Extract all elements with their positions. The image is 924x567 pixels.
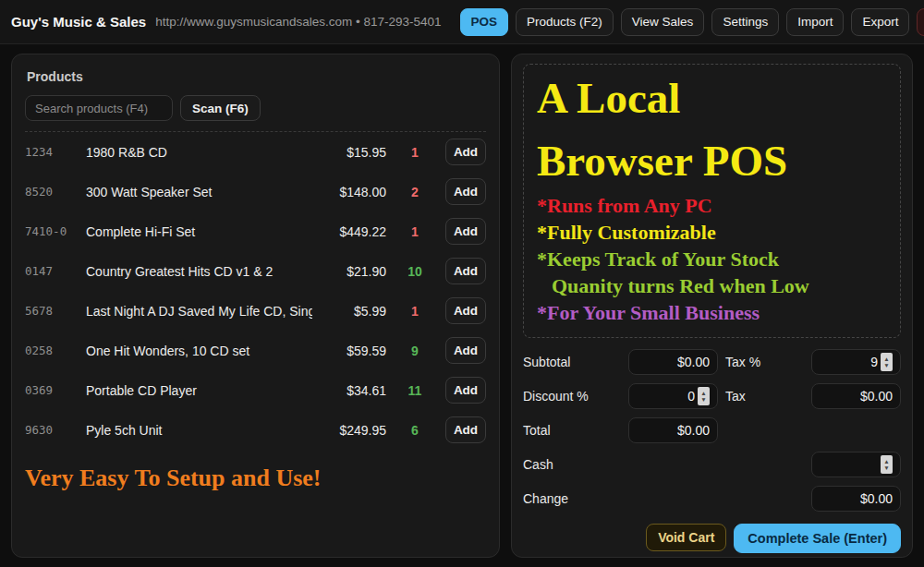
product-price: $59.59 xyxy=(312,344,386,358)
tax-rate-label: Tax % xyxy=(725,355,804,369)
void-cart-button[interactable]: Void Cart xyxy=(646,524,726,551)
hero-title-line1: A Local xyxy=(537,66,887,129)
product-qty: 10 xyxy=(386,264,444,279)
table-row: 5678 Last Night A DJ Saved My Life CD, S… xyxy=(25,291,486,331)
product-qty: 1 xyxy=(386,304,444,319)
product-qty: 2 xyxy=(386,185,444,199)
add-to-cart-button[interactable]: Add xyxy=(445,218,486,245)
discount-label: Discount % xyxy=(523,389,621,404)
table-row: 1234 1980 R&B CD $15.95 1 Add xyxy=(25,132,486,172)
table-row: 0258 One Hit Wonders, 10 CD set $59.59 9… xyxy=(25,331,486,370)
product-search-row: Scan (F6) xyxy=(25,95,486,132)
product-name: One Hit Wonders, 10 CD set xyxy=(86,344,312,358)
main-content: Products Scan (F6) 1234 1980 R&B CD $15.… xyxy=(0,44,924,558)
add-to-cart-button[interactable]: Add xyxy=(445,258,486,284)
nav-pos-button[interactable]: POS xyxy=(460,8,509,36)
cash-input[interactable] xyxy=(818,457,878,472)
product-price: $449.22 xyxy=(312,224,386,239)
product-id: 1234 xyxy=(25,145,86,159)
nav-settings-button[interactable]: Settings xyxy=(711,8,779,36)
add-to-cart-button[interactable]: Add xyxy=(445,337,486,364)
product-id: 8520 xyxy=(25,185,86,199)
store-url: http://www.guysmusicandsales.com • 817-2… xyxy=(155,15,441,29)
product-qty: 11 xyxy=(386,383,444,398)
product-name: Pyle 5ch Unit xyxy=(86,423,312,438)
nav-view-sales-button[interactable]: View Sales xyxy=(621,8,705,36)
product-qty: 6 xyxy=(386,423,444,438)
hero-bullet: *For Your Small Business xyxy=(537,299,887,326)
tax-rate-field[interactable]: ▲▼ xyxy=(811,349,901,375)
product-price: $249.95 xyxy=(312,423,386,438)
subtotal-value xyxy=(635,355,710,369)
top-bar: Guy's Music & Sales http://www.guysmusic… xyxy=(0,0,924,44)
hero-title-line2: Browser POS xyxy=(537,129,887,192)
hero-bullet: Quanity turns Red when Low xyxy=(537,272,887,299)
store-name: Guy's Music & Sales xyxy=(11,14,146,30)
product-id: 0369 xyxy=(25,383,86,397)
change-field xyxy=(811,486,901,512)
product-name: Portable CD Player xyxy=(86,383,312,398)
hero-bullet: *Fully Customizable xyxy=(537,219,887,246)
table-row: 0369 Portable CD Player $34.61 11 Add xyxy=(25,370,486,410)
product-id: 0258 xyxy=(25,344,86,357)
product-price: $21.90 xyxy=(312,264,386,279)
sale-actions: Void Cart Complete Sale (Enter) xyxy=(523,524,901,553)
add-to-cart-button[interactable]: Add xyxy=(445,139,486,165)
complete-sale-button[interactable]: Complete Sale (Enter) xyxy=(734,524,901,553)
product-price: $5.99 xyxy=(312,304,386,319)
table-row: 7410-0 Complete Hi-Fi Set $449.22 1 Add xyxy=(25,211,486,251)
total-field xyxy=(628,417,718,443)
products-panel-title: Products xyxy=(27,69,486,84)
product-name: Complete Hi-Fi Set xyxy=(86,224,312,239)
product-id: 0147 xyxy=(25,264,86,278)
product-id: 7410-0 xyxy=(25,224,86,238)
cash-field[interactable]: ▲▼ xyxy=(811,452,901,477)
add-to-cart-button[interactable]: Add xyxy=(445,416,486,443)
subtotal-field xyxy=(628,349,718,375)
product-id: 9630 xyxy=(25,423,86,437)
hero-bullet: *Runs from Any PC xyxy=(537,192,887,219)
tax-rate-input[interactable] xyxy=(818,355,878,369)
product-name: Country Greatest Hits CD v1 & 2 xyxy=(86,264,312,279)
tax-label: Tax xyxy=(725,389,804,404)
product-name: 1980 R&B CD xyxy=(86,145,312,160)
product-qty: 1 xyxy=(386,224,444,239)
table-row: 0147 Country Greatest Hits CD v1 & 2 $21… xyxy=(25,251,486,291)
product-id: 5678 xyxy=(25,304,86,318)
table-row: 9630 Pyle 5ch Unit $249.95 6 Add xyxy=(25,410,486,450)
discount-field[interactable]: ▲▼ xyxy=(628,383,718,409)
cash-spinner[interactable]: ▲▼ xyxy=(881,455,893,474)
clear-database-button[interactable]: Clear Database xyxy=(917,8,924,36)
product-list: 1234 1980 R&B CD $15.95 1 Add 8520 300 W… xyxy=(25,132,486,450)
product-name: 300 Watt Speaker Set xyxy=(86,185,312,199)
product-price: $15.95 xyxy=(312,145,386,160)
table-row: 8520 300 Watt Speaker Set $148.00 2 Add xyxy=(25,172,486,211)
subtotal-label: Subtotal xyxy=(523,355,621,369)
products-panel: Products Scan (F6) 1234 1980 R&B CD $15.… xyxy=(11,54,500,558)
top-nav: POS Products (F2) View Sales Settings Im… xyxy=(460,8,924,36)
add-to-cart-button[interactable]: Add xyxy=(445,377,486,404)
nav-products-button[interactable]: Products (F2) xyxy=(516,8,614,36)
discount-spinner[interactable]: ▲▼ xyxy=(698,387,710,405)
product-qty: 1 xyxy=(386,145,444,160)
discount-input[interactable] xyxy=(635,389,695,404)
tax-field xyxy=(811,383,901,409)
setup-tagline: Very Easy To Setup and Use! xyxy=(25,464,486,492)
change-value xyxy=(818,491,893,506)
add-to-cart-button[interactable]: Add xyxy=(445,297,486,324)
hero-box: A Local Browser POS *Runs from Any PC *F… xyxy=(523,64,901,338)
product-search-input[interactable] xyxy=(25,95,173,121)
add-to-cart-button[interactable]: Add xyxy=(445,178,486,205)
scan-button[interactable]: Scan (F6) xyxy=(180,95,261,121)
tax-rate-spinner[interactable]: ▲▼ xyxy=(881,353,893,371)
product-name: Last Night A DJ Saved My Life CD, Single xyxy=(86,304,312,319)
product-price: $148.00 xyxy=(312,185,386,199)
hero-bullet-list: *Runs from Any PC *Fully Customizable *K… xyxy=(537,192,887,326)
cash-label: Cash xyxy=(523,457,621,472)
total-label: Total xyxy=(523,423,621,438)
tax-value xyxy=(818,389,893,404)
nav-export-button[interactable]: Export xyxy=(851,8,909,36)
pos-panel: A Local Browser POS *Runs from Any PC *F… xyxy=(511,54,913,558)
nav-import-button[interactable]: Import xyxy=(786,8,844,36)
product-price: $34.61 xyxy=(312,383,386,398)
